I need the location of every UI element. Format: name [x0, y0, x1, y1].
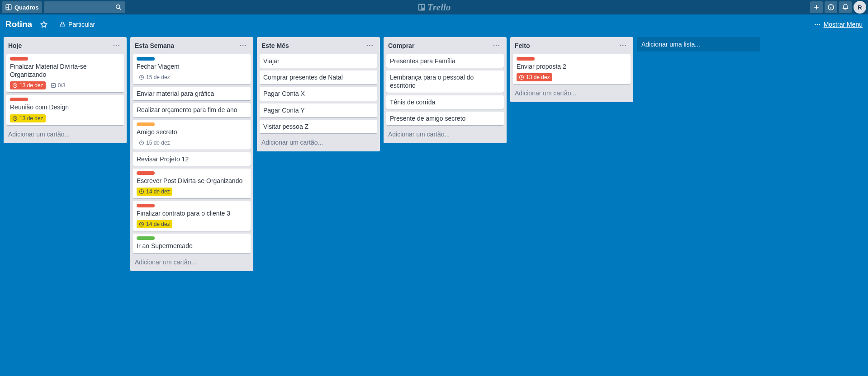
card[interactable]: Finalizar contrato para o cliente 314 de… [133, 201, 251, 231]
card[interactable]: Enviar material para gráfica [133, 87, 251, 100]
show-menu-button[interactable]: Mostrar Menu [814, 21, 863, 28]
card-label-red[interactable] [10, 57, 28, 61]
search-icon [115, 4, 122, 10]
header-left: Quadros [2, 1, 125, 13]
search-input[interactable] [44, 1, 125, 13]
due-text: 13 de dez [19, 82, 43, 89]
card[interactable]: Visitar pessoa Z [260, 120, 377, 133]
boards-button[interactable]: Quadros [2, 1, 42, 13]
clock-icon [139, 221, 144, 227]
card[interactable]: Amigo secreto15 de dez [133, 120, 251, 150]
card[interactable]: Pagar Conta X [260, 87, 377, 100]
card-title: Reunião com Design [10, 103, 120, 111]
card[interactable]: Presente de amigo secreto [386, 112, 504, 125]
card-title: Escrever Post Divirta-se Organizando [137, 177, 247, 185]
card[interactable]: Fechar Viagem15 de dez [133, 54, 251, 84]
card-label-blue[interactable] [137, 57, 155, 61]
list-title[interactable]: Hoje [8, 42, 111, 49]
checklist-icon [51, 83, 56, 88]
board-canvas: Hoje···Finalizar Material Divirta-se Org… [0, 34, 868, 376]
list-cards: Fechar Viagem15 de dezEnviar material pa… [130, 52, 253, 255]
svg-rect-7 [422, 5, 424, 8]
card-labels [137, 236, 247, 240]
list-menu-button[interactable]: ··· [111, 41, 122, 51]
card[interactable]: Presentes para Família [386, 54, 504, 68]
list-menu-button[interactable]: ··· [238, 41, 249, 51]
card-title: Ir ao Supermercado [137, 242, 247, 250]
clock-icon [139, 75, 144, 80]
due-badge: 13 de dez [10, 81, 46, 89]
avatar[interactable]: R [854, 1, 866, 14]
card-title: Tênis de corrida [390, 98, 500, 106]
checklist-badge: 0/3 [48, 81, 68, 89]
add-card-button[interactable]: Adicionar um cartão... [257, 135, 380, 150]
card[interactable]: Pagar Conta Y [260, 103, 377, 117]
card-label-red[interactable] [10, 98, 28, 101]
board-title[interactable]: Rotina [5, 19, 32, 29]
card-title: Fechar Viagem [137, 62, 247, 70]
list-header: Comprar··· [384, 37, 507, 52]
list: Hoje···Finalizar Material Divirta-se Org… [4, 37, 127, 143]
card-label-red[interactable] [137, 171, 155, 175]
boards-icon [5, 4, 12, 10]
card-label-red[interactable] [517, 57, 535, 61]
card-badges: 13 de dez [517, 73, 627, 81]
list-title[interactable]: Feito [515, 42, 618, 49]
list-menu-button[interactable]: ··· [618, 41, 629, 51]
card[interactable]: Escrever Post Divirta-se Organizando14 d… [133, 169, 251, 198]
card-badges: 14 de dez [137, 220, 247, 228]
card-title: Presentes para Família [390, 57, 500, 65]
due-text: 13 de dez [19, 115, 43, 122]
card[interactable]: Tênis de corrida [386, 95, 504, 109]
list: Este Mês···ViajarComprar presentes de Na… [257, 37, 380, 151]
list-menu-button[interactable]: ··· [365, 41, 375, 51]
list-title[interactable]: Este Mês [261, 42, 365, 49]
card-title: Visitar pessoa Z [263, 122, 374, 131]
card[interactable]: Comprar presentes de Natal [260, 70, 377, 84]
due-badge: 15 de dez [137, 73, 172, 81]
list-title[interactable]: Comprar [388, 42, 491, 49]
ellipsis-icon [814, 21, 821, 28]
card-label-orange[interactable] [137, 122, 155, 126]
add-card-button[interactable]: Adicionar um cartão... [510, 86, 633, 100]
add-card-button[interactable]: Adicionar um cartão... [4, 127, 127, 141]
list: Comprar···Presentes para FamíliaLembranç… [384, 37, 507, 143]
card[interactable]: Lembrança para o pessoal do escritório [386, 70, 504, 92]
star-button[interactable] [37, 18, 51, 31]
card-badges: 15 de dez [137, 139, 247, 147]
star-icon [40, 21, 47, 28]
info-icon [827, 4, 835, 11]
visibility-button[interactable]: Particular [56, 18, 99, 31]
list-cards: Presentes para FamíliaLembrança para o p… [384, 52, 507, 127]
card-label-green[interactable] [137, 236, 155, 240]
add-list-button[interactable]: Adicionar uma lista... [637, 37, 760, 52]
list: Esta Semana···Fechar Viagem15 de dezEnvi… [130, 37, 253, 271]
due-badge: 13 de dez [517, 73, 552, 81]
list-title[interactable]: Esta Semana [135, 42, 238, 49]
svg-point-16 [816, 24, 818, 25]
due-text: 14 de dez [146, 188, 170, 195]
list-menu-button[interactable]: ··· [491, 41, 502, 51]
add-card-button[interactable]: Adicionar um cartão... [384, 127, 507, 141]
due-text: 15 de dez [146, 140, 170, 146]
card[interactable]: Realizar orçamento para fim de ano [133, 103, 251, 117]
card-title: Realizar orçamento para fim de ano [137, 106, 247, 114]
app-logo[interactable]: Trello [417, 0, 451, 14]
card[interactable]: Finalizar Material Divirta-se Organizand… [6, 54, 124, 92]
create-button[interactable] [810, 1, 823, 13]
bell-icon [842, 4, 849, 11]
card[interactable]: Ir ao Supermercado [133, 234, 251, 253]
card[interactable]: Reunião com Design13 de dez [6, 95, 124, 125]
card[interactable]: Enviar proposta 213 de dez [513, 54, 631, 84]
lock-icon [59, 21, 66, 28]
due-badge: 14 de dez [137, 188, 172, 196]
card[interactable]: Viajar [260, 54, 377, 68]
card-label-red[interactable] [137, 204, 155, 207]
add-card-button[interactable]: Adicionar um cartão... [130, 255, 253, 269]
info-button[interactable] [825, 1, 837, 13]
list-header: Esta Semana··· [130, 37, 253, 52]
card-labels [137, 57, 247, 61]
notifications-button[interactable] [839, 1, 852, 13]
show-menu-label: Mostrar Menu [824, 21, 863, 28]
card[interactable]: Revisar Projeto 12 [133, 152, 251, 166]
